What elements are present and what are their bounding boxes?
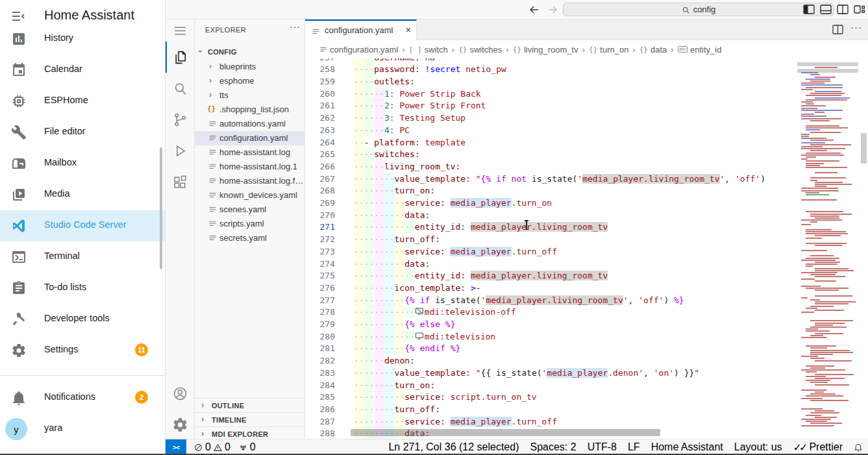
- split-editor-icon[interactable]: [832, 25, 843, 34]
- tree-item-home-assistant-log-f[interactable]: home-assistant.log.f…: [195, 174, 304, 188]
- breadcrumb-item-data[interactable]: {}data: [639, 45, 667, 55]
- sidebar-item-file-editor[interactable]: File editor: [0, 117, 165, 148]
- sidebar-item-esphome[interactable]: ESPHome: [0, 86, 165, 117]
- back-arrow-icon[interactable]: [528, 3, 541, 16]
- tree-item-esphome[interactable]: ›esphome: [195, 74, 304, 88]
- customize-layout-icon[interactable]: [854, 5, 865, 14]
- sidebar-item-history[interactable]: History: [0, 23, 165, 55]
- sidebar-scrollbar[interactable]: [160, 147, 162, 269]
- menu-icon[interactable]: [172, 23, 188, 39]
- code-line-258[interactable]: 258····password: !secret netio_pw: [305, 63, 868, 75]
- vertical-scrollbar[interactable]: [861, 133, 867, 164]
- code-line-278[interactable]: 278············mdi:television-off: [305, 306, 868, 318]
- code-line-284[interactable]: 284········turn_on:: [305, 379, 868, 391]
- code-line-271[interactable]: 271············entity_id: media_player.l…: [305, 221, 868, 233]
- tree-item-tts[interactable]: ›tts: [195, 88, 304, 103]
- code-line-275[interactable]: 275············entity_id: media_player.l…: [305, 269, 868, 282]
- code-line-259[interactable]: 259····outlets:: [305, 75, 868, 88]
- tree-item-configuration-yaml[interactable]: configuration.yaml: [195, 131, 304, 145]
- forward-arrow-icon[interactable]: [546, 3, 559, 16]
- horizontal-scrollbar[interactable]: [351, 429, 660, 436]
- search-icon[interactable]: [172, 80, 188, 97]
- code-line-261[interactable]: 261······2: Power Strip Front: [305, 99, 868, 112]
- tree-item-shopping-list-json[interactable]: {}.shopping_list.json: [195, 103, 304, 117]
- toggle-secondary-sidebar-icon[interactable]: [837, 5, 849, 14]
- breadcrumb-item-living-room-tv[interactable]: {}living_room_tv: [513, 45, 578, 55]
- extensions-icon[interactable]: [172, 174, 188, 190]
- breadcrumb-item-switches[interactable]: {}switches: [458, 45, 502, 55]
- code-line-270[interactable]: 270··········data:: [305, 209, 868, 221]
- code-line-267[interactable]: 267········value_template: "{% if not is…: [305, 173, 868, 185]
- code-line-266[interactable]: 266······living_room_tv:: [305, 160, 868, 173]
- toggle-panel-icon[interactable]: [820, 5, 832, 14]
- sidebar-item-to-do-lists[interactable]: To-do lists: [0, 273, 165, 304]
- code-line-265[interactable]: 265····switches:: [305, 148, 868, 160]
- minimap[interactable]: [797, 58, 858, 439]
- tree-item-home-assistant-log-1[interactable]: home-assistant.log.1: [195, 160, 304, 174]
- status-item-home-assistant[interactable]: Home Assistant: [651, 441, 723, 453]
- sidebar-item-mailbox[interactable]: Mailbox: [0, 148, 165, 179]
- account-icon[interactable]: [172, 386, 188, 402]
- problems-indicator[interactable]: 0 0: [192, 441, 233, 453]
- code-line-272[interactable]: 272········turn_off:: [305, 233, 868, 245]
- tree-item-scripts-yaml[interactable]: scripts.yaml: [195, 217, 304, 231]
- code-line-280[interactable]: 280············mdi:television: [305, 330, 868, 343]
- tree-item-known-devices-yaml[interactable]: known_devices.yaml: [195, 188, 304, 203]
- code-line-286[interactable]: 286········turn_off:: [305, 403, 868, 415]
- source-control-icon[interactable]: [172, 112, 188, 128]
- sidebar-item-yara[interactable]: yyara: [0, 413, 165, 445]
- sidebar-item-settings[interactable]: Settings11: [0, 335, 165, 366]
- status-item-layout-us[interactable]: Layout: us: [734, 441, 782, 453]
- explorer-icon[interactable]: [172, 49, 188, 66]
- code-line-279[interactable]: 279··········{% else %}: [305, 318, 868, 330]
- editor-more-actions-icon[interactable]: ···: [850, 21, 862, 32]
- code-line-263[interactable]: 263······4: PC: [305, 124, 868, 136]
- code-line-287[interactable]: 287··········service: media_player.turn_…: [305, 415, 868, 428]
- sidebar-item-calendar[interactable]: Calendar: [0, 55, 165, 86]
- ports-indicator[interactable]: 0: [236, 441, 258, 453]
- tree-item-blueprints[interactable]: ›blueprints: [195, 60, 304, 74]
- code-line-268[interactable]: 268········turn_on:: [305, 184, 868, 197]
- code-line-283[interactable]: 283········value_template: "{{ is_state(…: [305, 367, 868, 379]
- explorer-root-folder[interactable]: › CONFIG: [195, 45, 304, 60]
- code-line-269[interactable]: 269··········service: media_player.turn_…: [305, 197, 868, 209]
- tree-item-home-assistant-log[interactable]: home-assistant.log: [195, 145, 304, 160]
- breadcrumb-item-switch[interactable]: [ ]switch: [409, 45, 448, 55]
- tab-configuration-yaml[interactable]: configuration.yaml ×: [305, 19, 417, 40]
- breadcrumb-item-configuration-yaml[interactable]: configuration.yaml: [319, 45, 399, 55]
- code-line-260[interactable]: 260······1: Power Strip Back: [305, 88, 868, 100]
- code-line-277[interactable]: 277··········{% if is_state('media_playe…: [305, 294, 868, 306]
- toggle-primary-sidebar-icon[interactable]: [803, 5, 815, 14]
- status-item-lf[interactable]: LF: [628, 441, 640, 453]
- status-item-ln-271-col-36-12-selecte[interactable]: Ln 271, Col 36 (12 selected): [388, 441, 519, 453]
- tree-item-automations-yaml[interactable]: automations.yaml: [195, 117, 304, 131]
- code-line-274[interactable]: 274··········data:: [305, 258, 868, 270]
- code-line-276[interactable]: 276········icon_template: >-: [305, 282, 868, 294]
- sidebar-item-developer-tools[interactable]: Developer tools: [0, 304, 165, 335]
- command-center-search[interactable]: config: [563, 3, 834, 16]
- breadcrumb-item-turn-on[interactable]: {}turn_on: [589, 45, 628, 55]
- run-debug-icon[interactable]: [172, 143, 188, 159]
- breadcrumb-item-entity-id[interactable]: abcentity_id: [678, 45, 722, 55]
- remote-indicator[interactable]: ><: [166, 439, 186, 455]
- section-timeline[interactable]: ›TIMELINE: [195, 412, 304, 427]
- code-line-273[interactable]: 273··········service: media_player.turn_…: [305, 245, 868, 258]
- explorer-more-actions-icon[interactable]: ···: [290, 21, 301, 32]
- code-line-282[interactable]: 282······denon:: [305, 354, 868, 367]
- code-line-281[interactable]: 281··········{% endif %}: [305, 342, 868, 354]
- sidebar-item-studio-code-server[interactable]: Studio Code Server: [0, 210, 165, 241]
- sidebar-item-terminal[interactable]: Terminal: [0, 241, 165, 273]
- settings-gear-icon[interactable]: [172, 417, 188, 433]
- code-line-264[interactable]: 264··- platform: template: [305, 136, 868, 149]
- sidebar-item-media[interactable]: Media: [0, 179, 165, 210]
- section-outline[interactable]: ›OUTLINE: [195, 398, 304, 413]
- code-line-285[interactable]: 285··········service: script.turn_on_tv: [305, 391, 868, 403]
- tree-item-secrets-yaml[interactable]: secrets.yaml: [195, 231, 304, 245]
- sidebar-toggle-icon[interactable]: [10, 8, 26, 24]
- code-editor[interactable]: 257····username: na258····password: !sec…: [305, 58, 868, 439]
- close-icon[interactable]: ×: [406, 25, 411, 35]
- tree-item-scenes-yaml[interactable]: scenes.yaml: [195, 203, 304, 217]
- status-item-spaces-2[interactable]: Spaces: 2: [530, 441, 576, 453]
- sidebar-item-notifications[interactable]: Notifications2: [0, 382, 165, 413]
- status-item-utf-8[interactable]: UTF-8: [588, 441, 617, 453]
